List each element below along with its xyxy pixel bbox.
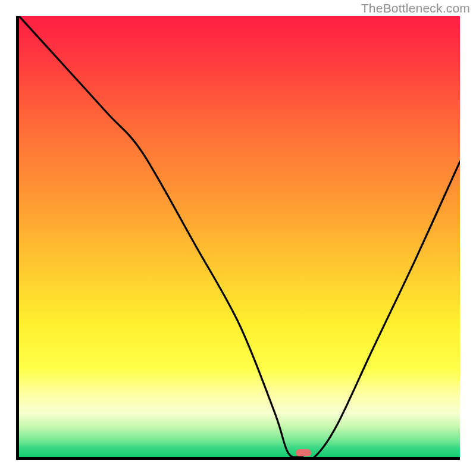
watermark-text: TheBottleneck.com <box>361 1 470 15</box>
plot-area <box>16 16 460 460</box>
svg-rect-0 <box>19 16 460 457</box>
gradient-background <box>19 16 460 457</box>
chart-container: TheBottleneck.com <box>0 0 476 476</box>
